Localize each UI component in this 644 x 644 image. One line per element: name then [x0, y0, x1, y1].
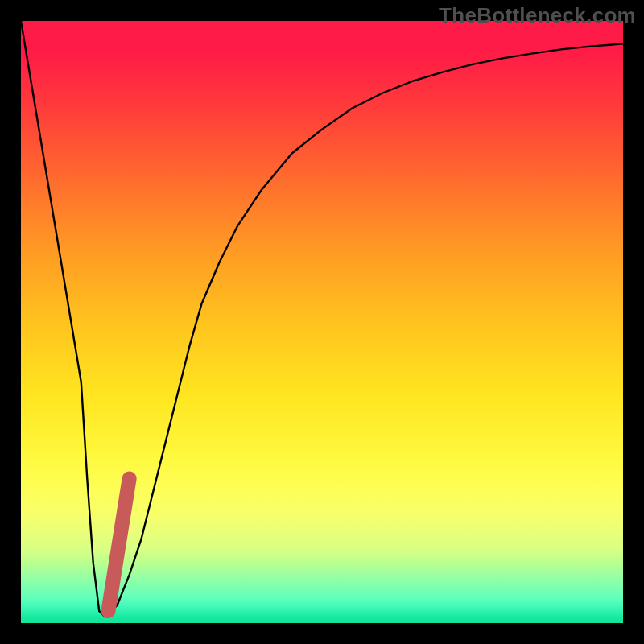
watermark-text: TheBottleneck.com — [439, 3, 636, 28]
outer-frame: TheBottleneck.com — [0, 0, 644, 644]
bottleneck-curve — [21, 21, 623, 617]
curve-layer — [21, 21, 623, 623]
plot-area — [21, 21, 623, 623]
highlight-marker — [108, 478, 129, 611]
